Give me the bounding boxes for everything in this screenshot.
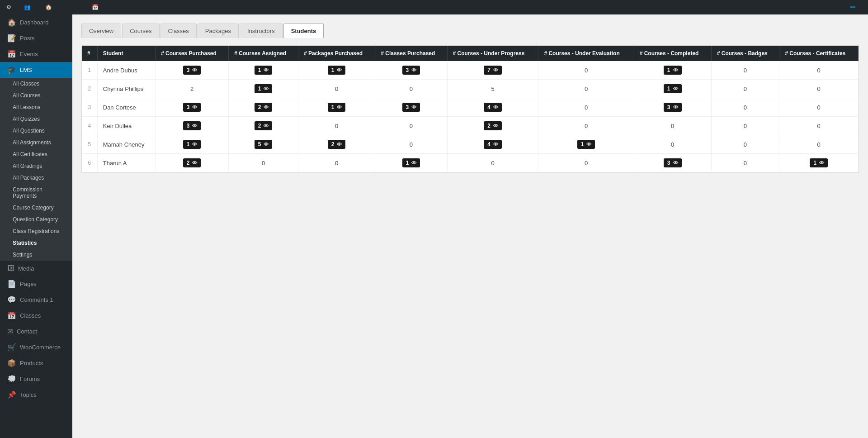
- eye-icon[interactable]: 👁: [192, 160, 197, 166]
- plain-count: 0: [585, 123, 588, 129]
- submenu-settings[interactable]: Settings: [0, 249, 72, 261]
- submenu-all-lessons[interactable]: All Lessons: [0, 101, 72, 113]
- submenu-all-quizzes[interactable]: All Quizzes: [0, 113, 72, 125]
- sidebar-item-events[interactable]: 📅 Events: [0, 46, 72, 62]
- submenu-all-assignments[interactable]: All Assignments: [0, 137, 72, 148]
- eye-icon[interactable]: 👁: [493, 105, 498, 110]
- eye-icon[interactable]: 👁: [673, 160, 678, 166]
- students-table: # Student # Courses Purchased # Courses …: [82, 46, 859, 172]
- theme-menu[interactable]: 🏠: [42, 0, 57, 14]
- col-badges: # Courses - Badges: [711, 46, 779, 61]
- eye-icon[interactable]: 👁: [493, 67, 498, 73]
- sidebar-item-media[interactable]: 🖼 Media: [0, 261, 72, 276]
- plain-count: 0: [335, 160, 338, 167]
- count-badge: 1👁: [577, 140, 595, 149]
- sidebar-item-classes[interactable]: 📅 Classes: [0, 308, 72, 324]
- eye-icon[interactable]: 👁: [264, 142, 269, 147]
- eye-icon[interactable]: 👁: [264, 86, 269, 91]
- eye-icon[interactable]: 👁: [192, 123, 197, 129]
- tab-students[interactable]: Students: [283, 24, 324, 38]
- plain-count: 0: [744, 123, 747, 129]
- badge-count: 1: [667, 67, 670, 73]
- sidebar-item-products[interactable]: 📦 Products: [0, 355, 72, 371]
- sidebar-item-topics[interactable]: 📌 Topics: [0, 387, 72, 403]
- tab-packages[interactable]: Packages: [198, 24, 239, 38]
- cell-value: 3👁: [634, 154, 711, 172]
- count-badge: 7👁: [484, 66, 502, 75]
- tab-overview[interactable]: Overview: [81, 24, 121, 38]
- submenu-all-classes[interactable]: All Classes: [0, 78, 72, 90]
- sidebar-item-posts[interactable]: 📝 Posts: [0, 30, 72, 46]
- eye-icon[interactable]: 👁: [411, 67, 416, 73]
- submenu-all-gradings[interactable]: All Gradings: [0, 160, 72, 172]
- plain-count: 0: [262, 160, 265, 167]
- cell-value: 0: [634, 117, 711, 135]
- sidebar-item-lms[interactable]: 🎓 LMS: [0, 62, 72, 78]
- submenu-class-registrations[interactable]: Class Registrations: [0, 225, 72, 237]
- eye-icon[interactable]: 👁: [192, 142, 197, 147]
- tab-courses[interactable]: Courses: [122, 24, 159, 38]
- tab-classes[interactable]: Classes: [160, 24, 197, 38]
- eye-icon[interactable]: 👁: [337, 105, 342, 110]
- sidebar-item-media-label: Media: [18, 265, 34, 272]
- table-row: 2Chynna Phillips21👁00501👁00: [82, 80, 859, 98]
- submenu-commission-payments[interactable]: Commission Payments: [0, 184, 72, 202]
- submenu-all-questions[interactable]: All Questions: [0, 125, 72, 137]
- eye-icon[interactable]: 👁: [673, 105, 678, 110]
- user-count-badge: [850, 6, 855, 8]
- eye-icon[interactable]: 👁: [673, 67, 678, 73]
- sidebar-item-comments[interactable]: 💬 Comments 1: [0, 292, 72, 308]
- badge-count: 4: [487, 104, 491, 110]
- events-menu[interactable]: 📅: [89, 0, 103, 14]
- cell-value: 0: [375, 117, 447, 135]
- cell-row-num: 4: [82, 117, 97, 135]
- badge-count: 3: [187, 123, 190, 129]
- submenu-all-packages[interactable]: All Packages: [0, 172, 72, 184]
- submenu-statistics[interactable]: Statistics: [0, 237, 72, 249]
- wp-logo[interactable]: ⚙: [4, 0, 14, 14]
- plain-count: 0: [410, 141, 413, 148]
- submenu-all-certificates[interactable]: All Certificates: [0, 148, 72, 160]
- eye-icon[interactable]: 👁: [192, 105, 197, 110]
- count-badge: 1👁: [664, 66, 682, 75]
- eye-icon[interactable]: 👁: [819, 160, 824, 166]
- submenu-course-category[interactable]: Course Category: [0, 202, 72, 214]
- tab-instructors[interactable]: Instructors: [240, 24, 283, 38]
- eye-icon[interactable]: 👁: [264, 67, 269, 73]
- classes-icon: 📅: [7, 311, 16, 320]
- count-badge: 1👁: [402, 158, 420, 167]
- submenu-all-courses[interactable]: All Courses: [0, 90, 72, 101]
- sidebar-item-forums[interactable]: 💭 Forums: [0, 371, 72, 387]
- sidebar-item-contact[interactable]: ✉ Contact: [0, 324, 72, 339]
- badge-count: 1: [813, 160, 816, 166]
- comments-menu[interactable]: [64, 0, 69, 14]
- eye-icon[interactable]: 👁: [493, 123, 498, 129]
- count-badge: 1👁: [810, 158, 828, 167]
- new-menu[interactable]: [76, 0, 82, 14]
- count-badge: 1👁: [183, 140, 201, 149]
- eye-icon[interactable]: 👁: [264, 105, 269, 110]
- sidebar-item-pages[interactable]: 📄 Pages: [0, 276, 72, 292]
- plain-count: 0: [817, 141, 820, 148]
- eye-icon[interactable]: 👁: [192, 67, 197, 73]
- submenu-question-category[interactable]: Question Category: [0, 214, 72, 225]
- eye-icon[interactable]: 👁: [493, 142, 498, 147]
- eye-icon[interactable]: 👁: [264, 123, 269, 129]
- eye-icon[interactable]: 👁: [411, 160, 416, 166]
- cell-value: 0: [711, 80, 779, 98]
- eye-icon[interactable]: 👁: [586, 142, 591, 147]
- cell-value: 0: [634, 135, 711, 154]
- eye-icon[interactable]: 👁: [673, 86, 678, 91]
- sidebar-item-dashboard[interactable]: 🏠 Dashboard: [0, 14, 72, 30]
- eye-icon[interactable]: 👁: [337, 142, 342, 147]
- plain-count: 0: [671, 123, 674, 129]
- plain-count: 0: [744, 160, 747, 167]
- sidebar-item-forums-label: Forums: [20, 376, 40, 382]
- my-sites-menu[interactable]: 👥: [21, 0, 35, 14]
- sidebar-item-woocommerce[interactable]: 🛒 WooCommerce: [0, 339, 72, 355]
- eye-icon[interactable]: 👁: [411, 105, 416, 110]
- cell-value: 1👁: [538, 135, 634, 154]
- badge-count: 3: [406, 104, 409, 110]
- events-icon: 📅: [92, 4, 99, 10]
- eye-icon[interactable]: 👁: [337, 67, 342, 73]
